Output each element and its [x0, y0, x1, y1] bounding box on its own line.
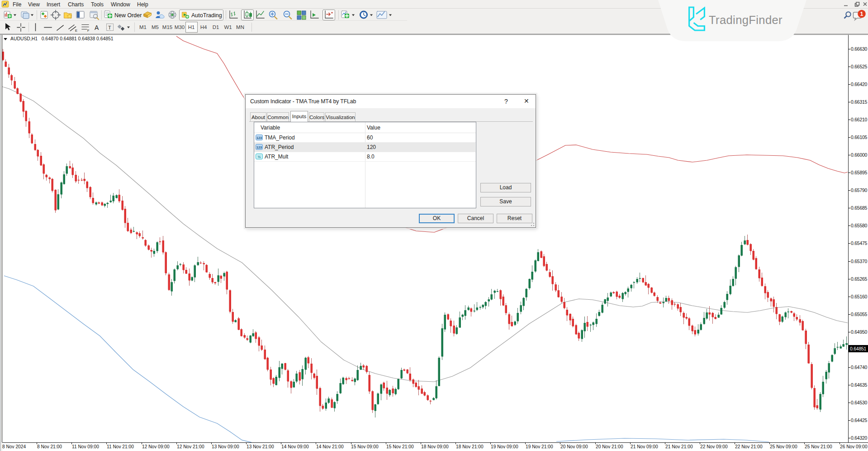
svg-text:0.66420: 0.66420	[851, 82, 868, 87]
svg-text:12 Nov 21:00: 12 Nov 21:00	[177, 444, 204, 449]
svg-text:MN: MN	[236, 24, 244, 30]
svg-text:0.66315: 0.66315	[851, 100, 868, 105]
svg-text:15 Nov 09:00: 15 Nov 09:00	[351, 444, 379, 449]
svg-text:Charts: Charts	[68, 1, 84, 8]
svg-text:21 Nov 21:00: 21 Nov 21:00	[665, 444, 693, 449]
svg-text:20 Nov 09:00: 20 Nov 09:00	[560, 444, 588, 449]
svg-text:14 Nov 21:00: 14 Nov 21:00	[316, 444, 344, 449]
svg-text:26 Nov 09:00: 26 Nov 09:00	[840, 444, 868, 449]
svg-text:13 Nov 09:00: 13 Nov 09:00	[212, 444, 239, 449]
svg-text:0.64530: 0.64530	[851, 400, 868, 405]
svg-text:123: 123	[256, 145, 262, 149]
svg-text:Help: Help	[137, 1, 148, 8]
svg-text:0.66000: 0.66000	[851, 153, 868, 158]
svg-text:0.65160: 0.65160	[851, 294, 868, 299]
svg-text:W1: W1	[224, 24, 232, 30]
svg-text:11 Nov 21:00: 11 Nov 21:00	[107, 444, 134, 449]
svg-text:0.66210: 0.66210	[851, 117, 868, 122]
svg-text:Window: Window	[111, 1, 130, 8]
svg-text:Insert: Insert	[47, 1, 61, 8]
svg-text:E: E	[75, 29, 77, 33]
svg-text:0.64950: 0.64950	[851, 330, 868, 335]
svg-text:0.65475: 0.65475	[851, 241, 868, 246]
svg-text:12 Nov 09:00: 12 Nov 09:00	[142, 444, 170, 449]
svg-text:123: 123	[256, 136, 262, 140]
svg-text:M5: M5	[152, 24, 159, 30]
svg-text:0.65685: 0.65685	[851, 206, 868, 211]
svg-text:0.64851: 0.64851	[850, 346, 867, 351]
svg-text:19 Nov 21:00: 19 Nov 21:00	[526, 444, 553, 449]
svg-text:18 Nov 21:00: 18 Nov 21:00	[456, 444, 484, 449]
svg-text:F: F	[87, 29, 90, 33]
svg-text:1: 1	[860, 11, 863, 17]
svg-text:0.65790: 0.65790	[851, 188, 868, 193]
svg-text:0.65895: 0.65895	[851, 170, 868, 175]
svg-text:0.64320: 0.64320	[851, 436, 868, 441]
svg-text:M30: M30	[175, 24, 185, 30]
svg-text:H1: H1	[188, 24, 195, 30]
svg-text:19 Nov 09:00: 19 Nov 09:00	[491, 444, 518, 449]
svg-text:View: View	[28, 1, 40, 8]
svg-text:T: T	[108, 25, 111, 30]
svg-text:M15: M15	[162, 24, 172, 30]
svg-text:20 Nov 21:00: 20 Nov 21:00	[596, 444, 623, 449]
svg-text:File: File	[13, 1, 22, 8]
svg-text:0.65580: 0.65580	[851, 223, 868, 228]
svg-text:H4: H4	[200, 24, 207, 30]
svg-text:21 Nov 09:00: 21 Nov 09:00	[631, 444, 658, 449]
svg-text:New Order: New Order	[114, 12, 142, 19]
svg-text:TradingFinder: TradingFinder	[709, 14, 783, 26]
svg-text:25 Nov 09:00: 25 Nov 09:00	[770, 444, 797, 449]
svg-text:18 Nov 09:00: 18 Nov 09:00	[421, 444, 449, 449]
svg-text:22 Nov 09:00: 22 Nov 09:00	[700, 444, 728, 449]
svg-text:0.64425: 0.64425	[851, 418, 868, 423]
svg-text:0.64740: 0.64740	[851, 365, 868, 370]
svg-text:11 Nov 09:00: 11 Nov 09:00	[72, 444, 99, 449]
svg-text:25 Nov 21:00: 25 Nov 21:00	[805, 444, 832, 449]
svg-text:½: ½	[258, 155, 261, 159]
svg-text:D1: D1	[213, 24, 219, 30]
svg-text:AutoTrading: AutoTrading	[191, 12, 222, 19]
svg-text:15 Nov 21:00: 15 Nov 21:00	[386, 444, 414, 449]
svg-text:M1: M1	[139, 24, 147, 30]
svg-text:Tools: Tools	[91, 1, 104, 8]
svg-text:14 Nov 09:00: 14 Nov 09:00	[281, 444, 309, 449]
svg-text:8 Nov 2024: 8 Nov 2024	[2, 444, 26, 449]
svg-text:0.65055: 0.65055	[851, 312, 868, 317]
svg-text:0.65265: 0.65265	[851, 277, 868, 282]
svg-text:A: A	[95, 24, 99, 31]
svg-text:0.64635: 0.64635	[851, 383, 868, 388]
svg-text:22 Nov 21:00: 22 Nov 21:00	[735, 444, 763, 449]
svg-text:0.66525: 0.66525	[851, 64, 868, 69]
svg-text:13 Nov 21:00: 13 Nov 21:00	[247, 444, 274, 449]
svg-text:0.66105: 0.66105	[851, 135, 868, 140]
svg-text:8 Nov 21:00: 8 Nov 21:00	[37, 444, 62, 449]
svg-text:0.66630: 0.66630	[851, 47, 868, 52]
svg-text:0.65370: 0.65370	[851, 259, 868, 264]
